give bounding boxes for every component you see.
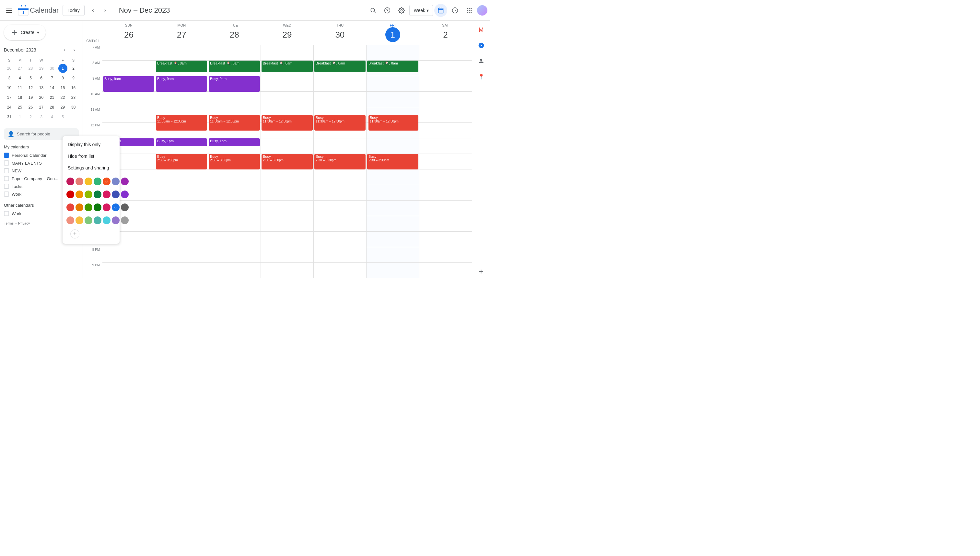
calendar-checkbox-personal[interactable]: [4, 153, 9, 158]
gmail-icon[interactable]: M: [475, 23, 488, 36]
color-banana[interactable]: [84, 178, 92, 185]
color-sage-light[interactable]: [84, 217, 92, 224]
day-header-sun[interactable]: SUN 26: [102, 21, 155, 45]
mini-cal-day[interactable]: 5: [58, 112, 67, 121]
prev-period-button[interactable]: ‹: [87, 5, 99, 16]
mini-cal-day[interactable]: 31: [5, 112, 14, 121]
mini-cal-day[interactable]: 4: [16, 74, 24, 82]
mini-cal-day[interactable]: 4: [48, 112, 57, 121]
mini-cal-day[interactable]: 22: [58, 93, 67, 102]
color-banana-light[interactable]: [76, 217, 83, 224]
calendar-view-button[interactable]: [434, 4, 447, 17]
mini-cal-day[interactable]: 20: [37, 93, 46, 102]
mini-cal-day[interactable]: 28: [26, 64, 35, 73]
mini-cal-day[interactable]: 26: [5, 64, 14, 73]
mini-cal-day[interactable]: 7: [48, 74, 57, 82]
color-basil[interactable]: [94, 191, 102, 198]
mini-cal-day[interactable]: 25: [16, 103, 24, 112]
view-selector[interactable]: Week ▾: [409, 5, 433, 16]
event-busy-230-mon[interactable]: Busy 2:30 – 3:30pm: [156, 154, 207, 170]
calendar-checkbox-paper-company[interactable]: [4, 176, 9, 181]
event-busy-1pm-tue[interactable]: Busy, 1pm: [209, 138, 260, 146]
event-busy-9am-tue[interactable]: Busy, 9am: [209, 76, 260, 92]
color-tangerine[interactable]: [103, 178, 110, 185]
day-header-mon[interactable]: MON 27: [155, 21, 208, 45]
color-cyan[interactable]: [103, 217, 110, 224]
day-header-fri[interactable]: FRI 1: [366, 21, 419, 45]
calendar-checkbox-tasks[interactable]: [4, 184, 9, 189]
mini-cal-day[interactable]: 28: [48, 103, 57, 112]
mini-cal-day[interactable]: 29: [58, 103, 67, 112]
color-graphite-light[interactable]: [121, 217, 129, 224]
day-col-wed[interactable]: Breakfast 🍳, 8am Busy 11:30am – 12:30pm …: [261, 45, 314, 278]
mini-cal-day[interactable]: 30: [48, 64, 57, 73]
event-breakfast-thu[interactable]: Breakfast 🍳, 8am: [314, 61, 365, 72]
today-button[interactable]: Today: [63, 5, 84, 16]
display-this-only-item[interactable]: Display this only: [63, 139, 120, 150]
hamburger-button[interactable]: [3, 4, 16, 17]
day-header-thu[interactable]: THU 30: [314, 21, 366, 45]
color-dark-green[interactable]: [94, 204, 102, 211]
day-header-tue[interactable]: TUE 28: [208, 21, 261, 45]
task-view-button[interactable]: [448, 4, 461, 17]
contacts-icon[interactable]: [475, 55, 488, 67]
mini-cal-day[interactable]: 1: [16, 112, 24, 121]
help-button[interactable]: [381, 4, 394, 17]
color-grape[interactable]: [121, 178, 129, 185]
mini-cal-day[interactable]: 15: [58, 83, 67, 92]
event-busy-1pm-mon[interactable]: Busy, 1pm: [156, 138, 207, 146]
color-flamingo-light[interactable]: [66, 217, 74, 224]
calendar-checkbox-other-work[interactable]: [4, 211, 9, 216]
mini-cal-day[interactable]: 21: [48, 93, 57, 102]
day-col-sat[interactable]: [419, 45, 472, 278]
mini-cal-next[interactable]: ›: [70, 45, 79, 55]
mini-cal-day[interactable]: 13: [37, 83, 46, 92]
search-button[interactable]: [367, 4, 380, 17]
create-button[interactable]: Create ▾: [4, 24, 46, 40]
day-col-tue[interactable]: Breakfast 🍳, 8am Busy, 9am Busy 11:30am …: [208, 45, 261, 278]
color-tangerine-dark[interactable]: [76, 191, 83, 198]
hide-from-list-item[interactable]: Hide from list: [63, 150, 120, 162]
mini-cal-day[interactable]: 2: [26, 112, 35, 121]
color-teal[interactable]: [94, 217, 102, 224]
event-breakfast-wed[interactable]: Breakfast 🍳, 8am: [262, 61, 313, 72]
event-busy-230-fri[interactable]: Busy 2:30 – 3:30pm: [367, 154, 418, 170]
color-peacock[interactable]: [103, 191, 110, 198]
event-busy-9am-sun[interactable]: Busy, 9am: [103, 76, 154, 92]
mini-cal-day[interactable]: 16: [69, 83, 78, 92]
mini-cal-day[interactable]: 9: [69, 74, 78, 82]
color-graphite[interactable]: [121, 204, 129, 211]
mini-cal-day[interactable]: 3: [5, 74, 14, 82]
day-header-sat[interactable]: SAT 2: [419, 21, 472, 45]
color-grape-dark[interactable]: [121, 191, 129, 198]
mini-cal-day[interactable]: 8: [58, 74, 67, 82]
mini-cal-day[interactable]: 18: [16, 93, 24, 102]
privacy-link[interactable]: Privacy: [18, 221, 30, 225]
mini-cal-day[interactable]: 10: [5, 83, 14, 92]
color-tomato-dark[interactable]: [66, 191, 74, 198]
mini-cal-day[interactable]: 14: [48, 83, 57, 92]
calendar-checkbox-work[interactable]: [4, 191, 9, 197]
mini-cal-day-today[interactable]: 1: [58, 64, 67, 73]
mini-cal-day[interactable]: 24: [5, 103, 14, 112]
event-busy-230-thu[interactable]: Busy 2:30 – 3:30pm: [314, 154, 365, 170]
color-orange[interactable]: [76, 204, 83, 211]
color-lavender[interactable]: [112, 178, 120, 185]
settings-button[interactable]: [395, 4, 408, 17]
event-busy-1130-tue[interactable]: Busy 11:30am – 12:30pm: [209, 115, 260, 131]
event-busy-9am-mon[interactable]: Busy, 9am: [156, 76, 207, 92]
day-header-wed[interactable]: WED 29: [261, 21, 314, 45]
day-col-fri[interactable]: Breakfast 🍳, 8am Busy 11:30am – 12:30pm …: [367, 45, 419, 278]
mini-cal-day[interactable]: 3: [37, 112, 46, 121]
mini-cal-day[interactable]: 27: [16, 64, 24, 73]
mini-cal-day[interactable]: 11: [16, 83, 24, 92]
event-busy-230-wed[interactable]: Busy 2:30 – 3:30pm: [262, 154, 313, 170]
event-busy-230-tue[interactable]: Busy 2:30 – 3:30pm: [209, 154, 260, 170]
event-breakfast-tue[interactable]: Breakfast 🍳, 8am: [209, 61, 260, 72]
mini-cal-day[interactable]: 12: [26, 83, 35, 92]
mini-cal-day[interactable]: 23: [69, 93, 78, 102]
color-tomato[interactable]: [66, 178, 74, 185]
day-col-mon[interactable]: Breakfast 🍳, 8am Busy, 9am Busy 11:30am …: [155, 45, 208, 278]
color-flamingo[interactable]: [76, 178, 83, 185]
next-period-button[interactable]: ›: [100, 5, 111, 16]
